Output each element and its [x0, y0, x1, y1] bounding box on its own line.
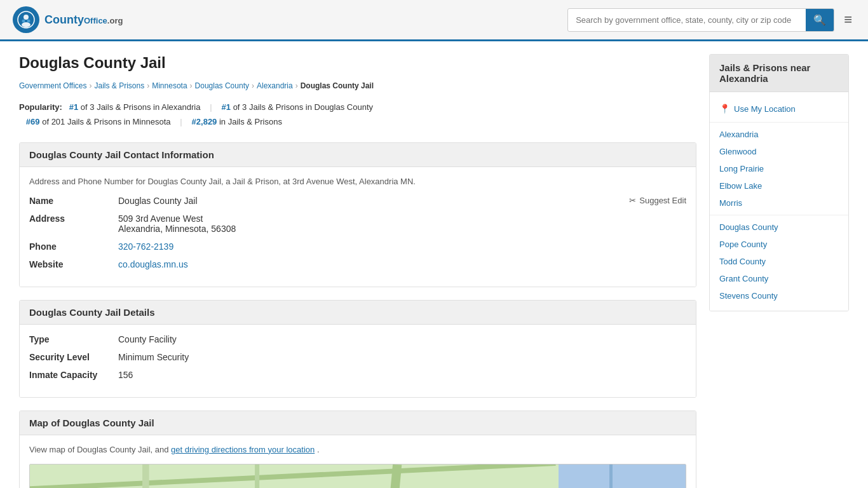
address-line1: 509 3rd Avenue West: [118, 214, 236, 224]
details-type-row: Type County Facility: [29, 334, 686, 344]
map-section-header: Map of Douglas County Jail: [20, 411, 696, 435]
search-button[interactable]: 🔍: [806, 9, 834, 31]
sidebar-county-grant: Grant County: [710, 270, 848, 287]
details-security-row: Security Level Minimum Security: [29, 352, 686, 362]
sidebar-city-glenwood: Glenwood: [710, 143, 848, 160]
contact-phone-row: Phone 320-762-2139: [29, 241, 686, 252]
popularity-rank1-text: of 3 Jails & Prisons in Alexandria: [81, 102, 201, 112]
capacity-label: Inmate Capacity: [29, 370, 118, 380]
sidebar-county-pope: Pope County: [710, 236, 848, 253]
phone-label: Phone: [29, 241, 118, 252]
details-section-body: Type County Facility Security Level Mini…: [20, 325, 696, 397]
svg-rect-14: [609, 464, 613, 488]
contact-website-row: Website co.douglas.mn.us: [29, 259, 686, 269]
search-bar: 🔍: [567, 8, 834, 32]
breadcrumb-douglas-county[interactable]: Douglas County: [195, 81, 249, 90]
capacity-value: 156: [118, 370, 133, 380]
sidebar-box: Jails & Prisons near Alexandria 📍 Use My…: [709, 54, 849, 311]
logo-text: CountyOffice.org: [44, 13, 123, 26]
details-section-header: Douglas County Jail Details: [20, 301, 696, 325]
website-label: Website: [29, 259, 118, 269]
popularity-rank4-text: in Jails & Prisons: [219, 117, 282, 126]
popularity-section: Popularity: #1 of 3 Jails & Prisons in A…: [19, 100, 696, 130]
map-image-left: Douglas County Jail: [30, 464, 559, 488]
site-header: CountyOffice.org 🔍 ≡: [0, 0, 868, 41]
sidebar-county-grant-link[interactable]: Grant County: [719, 274, 768, 283]
sidebar-city-morris-link[interactable]: Morris: [719, 198, 742, 208]
hamburger-menu-icon[interactable]: ≡: [841, 8, 855, 31]
breadcrumb-jails-prisons[interactable]: Jails & Prisons: [95, 81, 145, 90]
main-content: Douglas County Jail Government Offices ›…: [19, 54, 696, 488]
website-link[interactable]: co.douglas.mn.us: [118, 259, 188, 269]
svg-rect-7: [142, 464, 149, 488]
sidebar-city-glenwood-link[interactable]: Glenwood: [719, 147, 757, 156]
sidebar-county-pope-link[interactable]: Pope County: [719, 240, 767, 249]
sidebar: Jails & Prisons near Alexandria 📍 Use My…: [709, 54, 849, 488]
sidebar-city-alexandria-link[interactable]: Alexandria: [719, 130, 758, 139]
breadcrumb-minnesota[interactable]: Minnesota: [152, 81, 187, 90]
sidebar-county-douglas-link[interactable]: Douglas County: [719, 222, 778, 232]
logo-area: CountyOffice.org: [13, 6, 123, 33]
sidebar-divider2: [710, 215, 848, 215]
svg-rect-8: [255, 464, 259, 488]
sidebar-city-alexandria: Alexandria: [710, 126, 848, 143]
popularity-rank3-text: of 201 Jails & Prisons in Minnesota: [42, 117, 170, 126]
type-value: County Facility: [118, 334, 177, 344]
use-my-location-item[interactable]: 📍 Use My Location: [710, 98, 848, 119]
logo-icon: [13, 6, 39, 33]
security-label: Security Level: [29, 352, 118, 362]
map-section: Map of Douglas County Jail View map of D…: [19, 410, 696, 488]
phone-link[interactable]: 320-762-2139: [118, 241, 173, 252]
name-value: Douglas County Jail: [118, 196, 198, 206]
sidebar-county-stevens-link[interactable]: Stevens County: [719, 291, 778, 301]
sidebar-county-stevens: Stevens County: [710, 287, 848, 304]
phone-value: 320-762-2139: [118, 241, 173, 252]
breadcrumb-alexandria[interactable]: Alexandria: [257, 81, 293, 90]
contact-section-header: Douglas County Jail Contact Information: [20, 143, 696, 167]
map-section-body: View map of Douglas County Jail, and get…: [20, 435, 696, 488]
sidebar-city-morris: Morris: [710, 194, 848, 212]
sidebar-county-todd: Todd County: [710, 253, 848, 270]
website-value: co.douglas.mn.us: [118, 259, 188, 269]
name-value-row: Douglas County Jail ✂ Suggest Edit: [118, 196, 686, 206]
suggest-edit-label: Suggest Edit: [639, 196, 686, 205]
sidebar-city-elbow-lake: Elbow Lake: [710, 177, 848, 194]
suggest-edit-link[interactable]: ✂ Suggest Edit: [629, 196, 686, 205]
sidebar-body: 📍 Use My Location Alexandria Glenwood Lo…: [710, 92, 848, 311]
sidebar-city-long-prairie-link[interactable]: Long Prairie: [719, 164, 764, 173]
details-section: Douglas County Jail Details Type County …: [19, 300, 696, 398]
use-my-location-link[interactable]: Use My Location: [734, 104, 796, 114]
header-right: 🔍 ≡: [567, 8, 855, 32]
address-value: 509 3rd Avenue West Alexandria, Minnesot…: [118, 214, 236, 234]
contact-section: Douglas County Jail Contact Information …: [19, 142, 696, 287]
sidebar-title: Jails & Prisons near Alexandria: [710, 55, 848, 92]
driving-directions-link[interactable]: get driving directions from your locatio…: [171, 445, 315, 454]
popularity-rank3: #69: [26, 117, 40, 126]
address-line2: Alexandria, Minnesota, 56308: [118, 224, 236, 234]
map-image-right: [559, 464, 686, 488]
breadcrumb: Government Offices › Jails & Prisons › M…: [19, 81, 696, 90]
sidebar-county-douglas: Douglas County: [710, 219, 848, 236]
popularity-rank1: #1: [69, 102, 78, 112]
search-input[interactable]: [568, 10, 806, 30]
page-title: Douglas County Jail: [19, 54, 696, 72]
map-placeholder[interactable]: Douglas County Jail: [29, 464, 686, 488]
sidebar-city-elbow-lake-link[interactable]: Elbow Lake: [719, 181, 762, 191]
sidebar-city-long-prairie: Long Prairie: [710, 160, 848, 177]
map-section-desc: View map of Douglas County Jail, and get…: [29, 445, 686, 454]
svg-point-1: [24, 15, 29, 20]
breadcrumb-gov-offices[interactable]: Government Offices: [19, 81, 87, 90]
contact-section-desc: Address and Phone Number for Douglas Cou…: [29, 177, 686, 186]
edit-icon: ✂: [629, 196, 636, 205]
popularity-rank2-text: of 3 Jails & Prisons in Douglas County: [233, 102, 373, 112]
contact-name-row: Name Douglas County Jail ✂ Suggest Edit: [29, 196, 686, 206]
sidebar-county-todd-link[interactable]: Todd County: [719, 257, 766, 266]
contact-section-body: Address and Phone Number for Douglas Cou…: [20, 167, 696, 287]
svg-point-2: [22, 22, 31, 27]
popularity-rank4: #2,829: [192, 117, 217, 126]
type-label: Type: [29, 334, 118, 344]
breadcrumb-current: Douglas County Jail: [301, 81, 374, 90]
name-label: Name: [29, 196, 118, 206]
address-label: Address: [29, 214, 118, 224]
svg-point-4: [27, 20, 31, 23]
